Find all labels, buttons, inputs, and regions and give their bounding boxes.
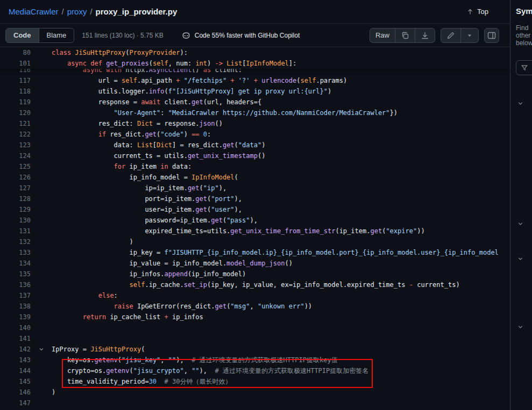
code-text: ) (52, 236, 510, 247)
line-number[interactable]: 130 (0, 215, 31, 226)
edit-options-dropdown[interactable] (460, 28, 478, 42)
gutter (31, 215, 52, 226)
line-number[interactable]: 132 (0, 236, 31, 247)
gutter (31, 355, 52, 365)
line-number[interactable]: 129 (0, 204, 31, 215)
code-text: ip_key = f"JISUHTTP_{ip_info_model.ip}_{… (52, 247, 510, 258)
breadcrumb-repo-link[interactable]: MediaCrawler (9, 7, 59, 16)
line-number[interactable]: 128 (0, 193, 31, 204)
line-number[interactable]: 135 (0, 269, 31, 279)
line-number[interactable]: 119 (0, 97, 31, 107)
gutter (31, 322, 52, 333)
code-blame-switcher: Code Blame (5, 28, 74, 43)
code-text: ip=ip_item.get("ip"), (52, 183, 510, 193)
line-number[interactable]: 141 (0, 333, 31, 344)
code-text: ip_info_model = IpInfoModel( (52, 172, 510, 183)
gutter (31, 226, 52, 236)
code-line: 133 ip_key = f"JISUHTTP_{ip_info_model.i… (0, 247, 510, 258)
gutter (31, 301, 52, 312)
gutter (31, 86, 52, 97)
line-number[interactable]: 127 (0, 183, 31, 193)
breadcrumb-dir-link[interactable]: proxy (67, 7, 87, 16)
line-number[interactable]: 133 (0, 247, 31, 258)
code-line: 135 ip_infos.append(ip_info_model) (0, 269, 510, 279)
gutter (31, 258, 52, 269)
download-icon (421, 31, 429, 40)
code-line: 121 res_dict: Dict = response.json() (0, 118, 510, 129)
code-line: 120 "User-Agent": "MediaCrawler https://… (0, 107, 510, 118)
line-number[interactable]: 120 (0, 107, 31, 118)
code-text: current_ts = utils.get_unix_timestamp() (52, 150, 510, 161)
symbol-tree-item[interactable] (517, 220, 524, 229)
copilot-banner[interactable]: Code 55% faster with GitHub Copilot (182, 31, 300, 40)
tab-blame[interactable]: Blame (39, 28, 74, 42)
line-number[interactable]: 121 (0, 118, 31, 129)
line-number[interactable]: 125 (0, 161, 31, 172)
breadcrumb-bar: MediaCrawler / proxy / proxy_ip_provider… (0, 0, 510, 24)
line-number[interactable]: 117 (0, 75, 31, 86)
edit-file-button[interactable] (441, 28, 460, 42)
code-text: utils.logger.info(f"[JiSuHttpProxy] get … (52, 86, 510, 97)
chevron-down-icon (517, 255, 524, 262)
code-text: "User-Agent": "MediaCrawler https://gith… (52, 107, 510, 118)
raw-button[interactable]: Raw (370, 28, 395, 42)
tab-code[interactable]: Code (6, 28, 39, 42)
gutter (31, 333, 52, 344)
symbols-filter-input[interactable] (516, 60, 532, 75)
gutter (31, 107, 52, 118)
gutter (31, 75, 52, 86)
line-number[interactable]: 144 (0, 365, 31, 376)
line-number[interactable]: 142 (0, 344, 31, 355)
symbols-panel-toggle-button[interactable] (484, 28, 499, 43)
download-button[interactable] (415, 28, 435, 42)
gutter (31, 376, 52, 387)
gutter (31, 204, 52, 215)
filter-funnel-icon (521, 64, 528, 71)
copy-raw-button[interactable] (395, 28, 415, 42)
code-line: 137 else: (0, 290, 510, 301)
line-number[interactable]: 126 (0, 172, 31, 183)
gutter (31, 236, 52, 247)
code-text: if res_dict.get("code") == 0: (52, 129, 510, 140)
code-text: response = await client.get(url, headers… (52, 97, 510, 107)
code-line: 128 port=ip_item.get("port"), (0, 193, 510, 204)
line-number[interactable]: 124 (0, 150, 31, 161)
gutter (31, 97, 52, 107)
line-number[interactable]: 101 (0, 58, 31, 69)
code-text (52, 333, 510, 344)
fold-chevron-icon[interactable] (31, 344, 52, 355)
line-number[interactable]: 145 (0, 376, 31, 387)
code-line: 130 password=ip_item.get("pass"), (0, 215, 510, 226)
code-line: 141 (0, 333, 510, 344)
line-number[interactable]: 138 (0, 301, 31, 312)
symbol-tree-item[interactable] (517, 255, 524, 264)
scroll-to-top-button[interactable]: Top (466, 8, 488, 16)
code-line: 140 (0, 322, 510, 333)
line-number[interactable]: 146 (0, 387, 31, 398)
line-number[interactable]: 122 (0, 129, 31, 140)
code-line: 131 expired_time_ts=utils.get_unix_time_… (0, 226, 510, 236)
code-line: 136 self.ip_cache.set_ip(ip_key, ip_valu… (0, 279, 510, 290)
line-number[interactable]: 134 (0, 258, 31, 269)
line-number[interactable]: 137 (0, 290, 31, 301)
code-text: else: (52, 290, 510, 301)
line-number[interactable]: 139 (0, 312, 31, 322)
code-line: 144 crypto=os.getenv("jisu_crypto", ""),… (0, 365, 510, 376)
line-number[interactable]: 131 (0, 226, 31, 236)
file-toolbar: Code Blame 151 lines (130 loc) · 5.75 KB… (0, 24, 510, 47)
line-number[interactable]: 136 (0, 279, 31, 290)
code-text: IpProxy = JiSuHttpProxy( (52, 344, 510, 355)
line-number[interactable]: 143 (0, 355, 31, 365)
symbol-tree-item[interactable] (517, 99, 524, 109)
raw-actions-group: Raw (370, 28, 435, 43)
line-number[interactable]: 123 (0, 140, 31, 150)
line-number[interactable]: 140 (0, 322, 31, 333)
line-number[interactable]: 80 (0, 47, 31, 58)
symbol-tree-item[interactable] (517, 323, 524, 333)
code-text: data: List[Dict] = res_dict.get("data") (52, 140, 510, 150)
line-number[interactable]: 147 (0, 398, 31, 408)
code-text: res_dict: Dict = response.json() (52, 118, 510, 129)
code-line: 142IpProxy = JiSuHttpProxy( (0, 344, 510, 355)
line-number[interactable]: 118 (0, 86, 31, 97)
chevron-down-icon (517, 220, 524, 227)
